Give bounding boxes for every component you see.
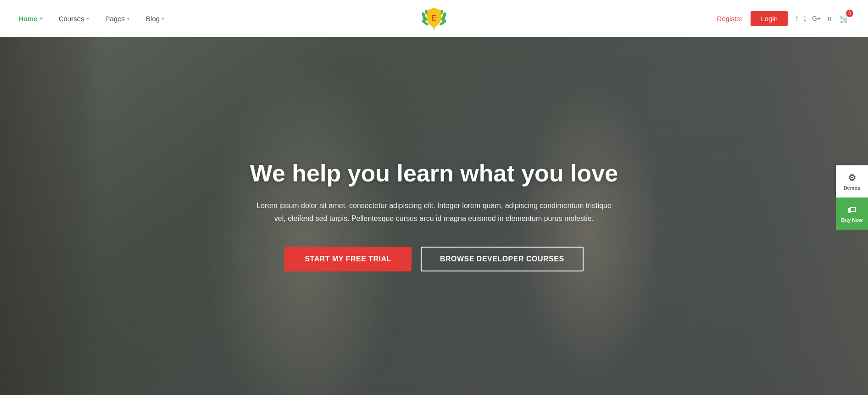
googleplus-icon[interactable]: G+ xyxy=(812,15,821,22)
register-button[interactable]: Register xyxy=(717,15,743,23)
chevron-down-icon: ▾ xyxy=(40,16,42,21)
logo-icon: E xyxy=(420,5,448,32)
chevron-down-icon: ▾ xyxy=(162,16,164,21)
nav-right: Register Login f 𝕥 G+ in 🛒 0 xyxy=(717,11,850,26)
social-icons: f 𝕥 G+ in xyxy=(796,15,831,22)
chevron-down-icon: ▾ xyxy=(127,16,129,21)
browse-courses-button[interactable]: Browse Developer Courses xyxy=(421,247,584,271)
login-button[interactable]: Login xyxy=(751,11,788,26)
tag-icon: 🏷 xyxy=(847,205,857,215)
sidebar-tabs: ⚙ Demos 🏷 Buy Now xyxy=(836,165,868,230)
nav-item-blog[interactable]: Blog ▾ xyxy=(146,15,164,23)
demos-tab[interactable]: ⚙ Demos xyxy=(836,165,868,198)
nav-item-courses[interactable]: Courses ▾ xyxy=(59,15,89,23)
cart-badge: 0 xyxy=(846,10,853,17)
buynow-label: Buy Now xyxy=(841,217,862,223)
facebook-icon[interactable]: f xyxy=(796,15,798,22)
chevron-down-icon: ▾ xyxy=(87,16,89,21)
gear-icon: ⚙ xyxy=(848,172,856,183)
hero-buttons: Start My Free Trial Browse Developer Cou… xyxy=(250,247,618,271)
linkedin-icon[interactable]: in xyxy=(826,15,831,22)
nav-item-pages[interactable]: Pages ▾ xyxy=(106,15,130,23)
navbar: Home ▾ Courses ▾ Pages ▾ Blog ▾ xyxy=(0,0,868,37)
cart-button[interactable]: 🛒 0 xyxy=(840,13,850,23)
hero-content: We help you learn what you love Lorem ip… xyxy=(241,160,627,271)
demos-label: Demos xyxy=(844,185,861,191)
twitter-icon[interactable]: 𝕥 xyxy=(803,15,807,22)
hero-subtitle: Lorem ipsum dolor sit amet, consectetur … xyxy=(255,199,613,224)
start-trial-button[interactable]: Start My Free Trial xyxy=(284,247,411,271)
hero-title: We help you learn what you love xyxy=(250,160,618,186)
nav-left: Home ▾ Courses ▾ Pages ▾ Blog ▾ xyxy=(18,15,164,23)
nav-item-home[interactable]: Home ▾ xyxy=(18,15,42,23)
logo[interactable]: E xyxy=(420,5,448,32)
svg-text:E: E xyxy=(431,14,436,23)
hero-section: We help you learn what you love Lorem ip… xyxy=(0,37,868,395)
buynow-tab[interactable]: 🏷 Buy Now xyxy=(836,198,868,230)
